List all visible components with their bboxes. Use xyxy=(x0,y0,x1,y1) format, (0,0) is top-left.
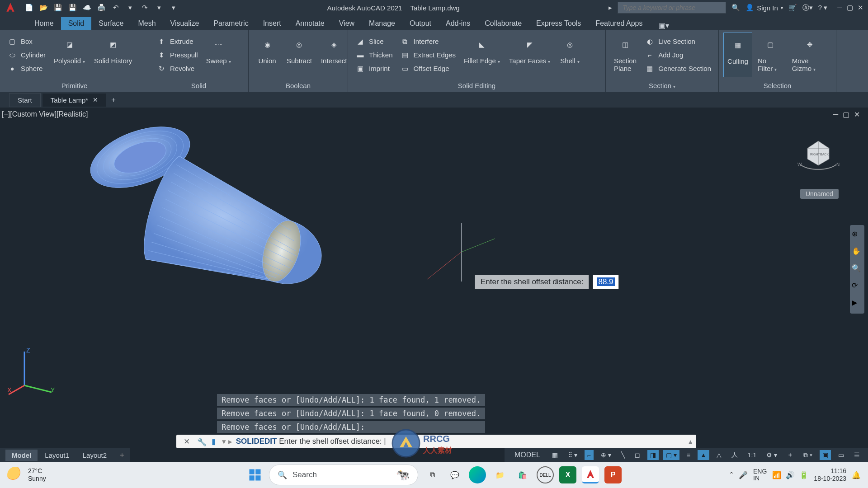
language-switcher[interactable]: ENGIN xyxy=(753,468,767,482)
mic-icon[interactable]: 🎤 xyxy=(739,471,748,479)
share-icon[interactable]: ▸ xyxy=(609,4,612,12)
tab-annotate[interactable]: Annotate xyxy=(288,17,332,30)
polysolid-button[interactable]: ◪Polysolid xyxy=(50,33,89,77)
tab-home[interactable]: Home xyxy=(27,17,61,30)
filetab-close-icon[interactable]: ✕ xyxy=(93,96,98,103)
cycling-icon[interactable]: ▲ xyxy=(698,450,709,460)
viewcube[interactable]: RIGHT BACK W N Unnamed xyxy=(791,128,845,183)
cart-icon[interactable]: 🛒 xyxy=(788,4,797,12)
qat-dropdown-icon[interactable]: ▾ xyxy=(126,3,135,12)
edge-icon[interactable] xyxy=(469,466,486,483)
filletedge-button[interactable]: ◣Fillet Edge xyxy=(460,33,504,77)
tray-expand-icon[interactable]: ˄ xyxy=(730,471,733,479)
tab-parametric[interactable]: Parametric xyxy=(206,17,255,30)
gear-icon[interactable]: ⚙ ▾ xyxy=(764,450,780,460)
dynamic-input-field[interactable]: 88.9 xyxy=(593,275,618,289)
tab-visualize[interactable]: Visualize xyxy=(163,17,207,30)
isolate-icon[interactable]: ▭ xyxy=(835,450,847,460)
taperfaces-button[interactable]: ◤Taper Faces xyxy=(505,33,554,77)
app-home-icon[interactable]: Ⓐ▾ xyxy=(802,4,813,12)
culling-button[interactable]: ▦Culling xyxy=(723,33,752,77)
presspull-button[interactable]: ⬍Presspull xyxy=(154,49,201,61)
excel-icon[interactable]: X xyxy=(559,466,576,483)
taskbar-search[interactable]: 🔍 Search 🐄 xyxy=(269,465,418,485)
orbit-icon[interactable]: ⟳ xyxy=(852,281,863,292)
qat-dropdown2-icon[interactable]: ▾ xyxy=(155,3,164,12)
taskbar-weather[interactable]: 27°C Sunny xyxy=(7,467,46,483)
lweight-icon[interactable]: ≡ xyxy=(684,450,693,460)
cmd-close-icon[interactable]: ✕ xyxy=(184,437,190,446)
tab-view[interactable]: View xyxy=(332,17,362,30)
zoom-icon[interactable]: 🔍 xyxy=(852,264,863,275)
osnap-icon[interactable]: ◻ xyxy=(632,450,643,460)
viewcube-name[interactable]: Unnamed xyxy=(800,189,839,199)
tab-manage[interactable]: Manage xyxy=(362,17,402,30)
layouttab-model[interactable]: Model xyxy=(5,450,38,461)
ribbon-toggle-icon[interactable]: ▣▾ xyxy=(659,21,669,30)
cleanscreen-icon[interactable]: ☰ xyxy=(851,450,863,460)
3dprint-icon[interactable]: △ xyxy=(714,450,724,460)
workspace-icon[interactable]: ⧉ ▾ xyxy=(801,450,815,460)
powerpoint-icon[interactable]: P xyxy=(604,466,622,483)
minimize-button[interactable]: ─ xyxy=(837,4,842,12)
save-icon[interactable]: 💾 xyxy=(53,3,62,12)
tab-surface[interactable]: Surface xyxy=(91,17,131,30)
search-icon[interactable]: 🔍 xyxy=(731,4,740,12)
box-button[interactable]: ▢Box xyxy=(5,35,48,48)
chat-icon[interactable]: 💬 xyxy=(446,466,463,483)
plot-icon[interactable]: 🖨️ xyxy=(97,3,106,12)
web-save-icon[interactable]: ☁️ xyxy=(82,3,91,12)
tab-addins[interactable]: Add-ins xyxy=(439,17,477,30)
sectionplane-button[interactable]: ◫Section Plane xyxy=(610,33,640,77)
fullnav-icon[interactable]: ⊕ xyxy=(852,230,863,240)
vp-restore-icon[interactable]: ▢ xyxy=(843,110,849,119)
autocad-taskbar-icon[interactable] xyxy=(582,466,599,483)
slice-button[interactable]: ◢Slice xyxy=(353,35,396,48)
revolve-button[interactable]: ↻Revolve xyxy=(154,62,201,75)
extractedges-button[interactable]: ▤Extract Edges xyxy=(397,49,458,61)
otrack-icon[interactable]: ▢ ▾ xyxy=(663,450,679,460)
movegizmo-button[interactable]: ✥Move Gizmo xyxy=(788,33,831,77)
windows-taskbar[interactable]: 27°C Sunny 🔍 Search 🐄 ⧉ 💬 📁 🛍️ DELL X P … xyxy=(0,462,868,488)
drawing-viewport[interactable]: [−][Custom View][Realistic] ─ ▢ ✕ RIGHT … xyxy=(0,108,868,401)
cmd-customize-icon[interactable]: 🔧 xyxy=(197,437,205,446)
subtract-button[interactable]: ◎Subtract xyxy=(283,33,316,77)
store-icon[interactable]: 🛍️ xyxy=(514,466,531,483)
tab-expresstools[interactable]: Express Tools xyxy=(529,17,588,30)
signin-button[interactable]: 👤 Sign In ▾ xyxy=(745,4,783,12)
sweep-button[interactable]: 〰Sweep xyxy=(203,33,235,77)
new-icon[interactable]: 📄 xyxy=(24,3,33,12)
isodraft-icon[interactable]: ╲ xyxy=(618,450,627,460)
showmotion-icon[interactable]: ▶ xyxy=(852,298,863,309)
3dosnap-icon[interactable]: ◨ xyxy=(647,450,659,460)
snap-icon[interactable]: ⠿ ▾ xyxy=(565,450,580,460)
layouttab-layout2[interactable]: Layout2 xyxy=(76,450,113,461)
solidhistory-button[interactable]: ◩Solid History xyxy=(90,33,136,77)
tab-output[interactable]: Output xyxy=(402,17,439,30)
tab-insert[interactable]: Insert xyxy=(256,17,288,30)
explorer-icon[interactable]: 📁 xyxy=(491,466,509,483)
interfere-button[interactable]: ⧉Interfere xyxy=(397,35,458,48)
thicken-button[interactable]: ▬Thicken xyxy=(353,49,396,61)
livesection-button[interactable]: ◐Live Section xyxy=(642,35,714,48)
open-icon[interactable]: 📂 xyxy=(39,3,48,12)
notifications-icon[interactable]: 🔔 xyxy=(852,471,861,479)
viewport-label[interactable]: [−][Custom View][Realistic] xyxy=(2,110,88,118)
tab-collaborate[interactable]: Collaborate xyxy=(477,17,529,30)
undo-icon[interactable]: ↶ xyxy=(111,3,120,12)
tab-mesh[interactable]: Mesh xyxy=(131,17,163,30)
cmd-expand-icon[interactable]: ▴ xyxy=(689,437,693,446)
taskview-icon[interactable]: ⧉ xyxy=(424,466,441,483)
volume-icon[interactable]: 🔊 xyxy=(786,471,795,479)
layouttab-add-button[interactable]: ＋ xyxy=(114,449,130,462)
maximize-button[interactable]: ▢ xyxy=(847,4,853,12)
generatesection-button[interactable]: ▦Generate Section xyxy=(642,62,714,75)
layouttab-layout1[interactable]: Layout1 xyxy=(38,450,75,461)
saveas-icon[interactable]: 💾 xyxy=(68,3,77,12)
ortho-icon[interactable]: ⌐ xyxy=(585,450,594,460)
dell-icon[interactable]: DELL xyxy=(537,466,554,483)
plus-icon[interactable]: ＋ xyxy=(784,450,796,460)
cylinder-button[interactable]: ⬭Cylinder xyxy=(5,49,48,61)
tab-solid[interactable]: Solid xyxy=(61,17,92,30)
navigation-bar[interactable]: ⊕ ✋ 🔍 ⟳ ▶ xyxy=(850,225,864,314)
